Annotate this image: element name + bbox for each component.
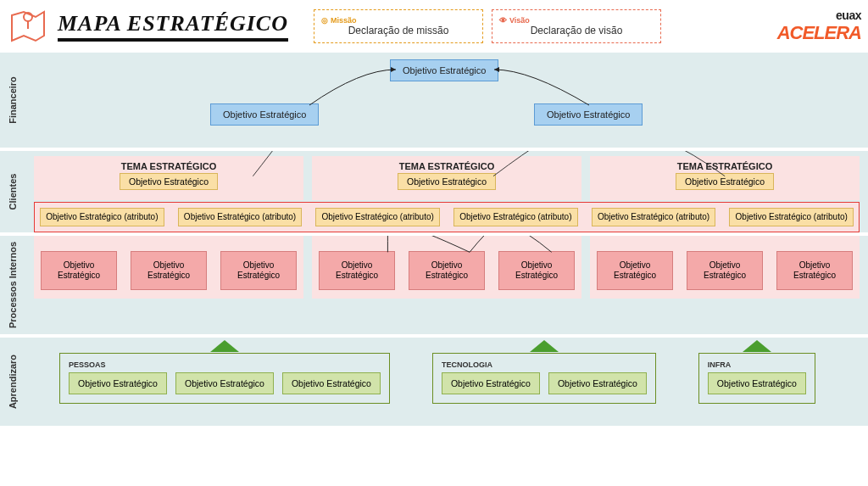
page-title: MAPA ESTRATÉGICO bbox=[58, 11, 288, 42]
row-clientes: Clientes TEMA ESTRATÉGICO Objetivo Estra… bbox=[0, 148, 868, 232]
objective-yellow: Objetivo Estratégico bbox=[120, 173, 218, 190]
mission-text: Declaração de missão bbox=[321, 25, 476, 36]
svg-marker-2 bbox=[530, 340, 559, 352]
objective-pink: Objetivo Estratégico bbox=[498, 251, 575, 290]
learn-group-label: INFRA bbox=[708, 360, 806, 369]
row-label-clientes: Clientes bbox=[0, 151, 25, 232]
header: MAPA ESTRATÉGICO ◎Missão Declaração de m… bbox=[0, 0, 868, 53]
objective-attribute: Objetivo Estratégico (atributo) bbox=[453, 208, 578, 226]
svg-marker-1 bbox=[210, 340, 239, 352]
objective-attribute: Objetivo Estratégico (atributo) bbox=[315, 208, 440, 226]
objective-pink: Objetivo Estratégico bbox=[597, 251, 673, 290]
objective-green: Objetivo Estratégico bbox=[282, 372, 381, 394]
learn-group-tecnologia: TECNOLOGIA Objetivo Estratégico Objetivo… bbox=[432, 353, 656, 404]
up-arrow-icon bbox=[743, 340, 771, 352]
up-arrow-icon bbox=[530, 340, 559, 352]
objective-green: Objetivo Estratégico bbox=[175, 372, 274, 394]
row-label-processos: Processos Internos bbox=[0, 236, 25, 334]
theme-panel: TEMA ESTRATÉGICO Objetivo Estratégico bbox=[34, 156, 303, 200]
objective-pink: Objetivo Estratégico bbox=[41, 251, 117, 290]
theme-title: TEMA ESTRATÉGICO bbox=[597, 161, 853, 171]
objective-blue: Objetivo Estratégico bbox=[390, 59, 498, 81]
learn-group-label: TECNOLOGIA bbox=[442, 360, 647, 369]
row-financeiro: Financeiro Objetivo Estratégico Objetivo… bbox=[0, 53, 868, 148]
attribute-row: Objetivo Estratégico (atributo) Objetivo… bbox=[34, 202, 860, 232]
theme-panel: TEMA ESTRATÉGICO Objetivo Estratégico bbox=[312, 156, 581, 200]
objective-green: Objetivo Estratégico bbox=[69, 372, 167, 394]
map-pin-icon bbox=[7, 5, 49, 47]
learn-group-label: PESSOAS bbox=[69, 360, 381, 369]
process-group: Objetivo Estratégico Objetivo Estratégic… bbox=[34, 236, 303, 299]
objective-attribute: Objetivo Estratégico (atributo) bbox=[729, 208, 854, 226]
objective-pink: Objetivo Estratégico bbox=[220, 251, 297, 290]
objective-pink: Objetivo Estratégico bbox=[131, 251, 207, 290]
svg-marker-3 bbox=[743, 340, 771, 352]
row-label-financeiro: Financeiro bbox=[0, 53, 25, 148]
objective-pink: Objetivo Estratégico bbox=[409, 251, 485, 290]
objective-attribute: Objetivo Estratégico (atributo) bbox=[592, 208, 716, 226]
objective-yellow: Objetivo Estratégico bbox=[398, 173, 496, 190]
learn-group-pessoas: PESSOAS Objetivo Estratégico Objetivo Es… bbox=[59, 353, 390, 404]
objective-attribute: Objetivo Estratégico (atributo) bbox=[178, 208, 303, 226]
objective-green: Objetivo Estratégico bbox=[708, 372, 806, 394]
process-group: Objetivo Estratégico Objetivo Estratégic… bbox=[312, 236, 581, 299]
theme-panel: TEMA ESTRATÉGICO Objetivo Estratégico bbox=[590, 156, 860, 200]
learn-group-infra: INFRA Objetivo Estratégico bbox=[698, 353, 815, 404]
brand-logo: euax ACELERA bbox=[777, 8, 861, 44]
mission-box: ◎Missão Declaração de missão bbox=[314, 9, 483, 43]
up-arrow-icon bbox=[210, 340, 239, 352]
objective-pink: Objetivo Estratégico bbox=[776, 251, 853, 290]
row-label-aprendizado: Aprendizaro bbox=[0, 338, 25, 426]
objective-pink: Objetivo Estratégico bbox=[319, 251, 395, 290]
eye-icon: 👁 bbox=[499, 16, 507, 25]
vision-text: Declaração de visão bbox=[499, 25, 654, 36]
objective-attribute: Objetivo Estratégico (atributo) bbox=[40, 208, 164, 226]
objective-green: Objetivo Estratégico bbox=[442, 372, 540, 394]
objective-blue: Objetivo Estratégico bbox=[534, 103, 643, 126]
vision-box: 👁Visão Declaração de visão bbox=[492, 9, 661, 43]
process-group: Objetivo Estratégico Objetivo Estratégic… bbox=[590, 236, 860, 299]
theme-title: TEMA ESTRATÉGICO bbox=[41, 161, 297, 171]
objective-yellow: Objetivo Estratégico bbox=[676, 173, 774, 190]
theme-title: TEMA ESTRATÉGICO bbox=[319, 161, 575, 171]
objective-green: Objetivo Estratégico bbox=[548, 372, 647, 394]
objective-pink: Objetivo Estratégico bbox=[687, 251, 763, 290]
objective-blue: Objetivo Estratégico bbox=[210, 103, 319, 126]
target-icon: ◎ bbox=[321, 16, 328, 25]
row-processos: Processos Internos Objetivo Estratégico … bbox=[0, 232, 868, 334]
row-aprendizado: Aprendizaro PESSOAS Objetivo Estratégico… bbox=[0, 334, 868, 426]
